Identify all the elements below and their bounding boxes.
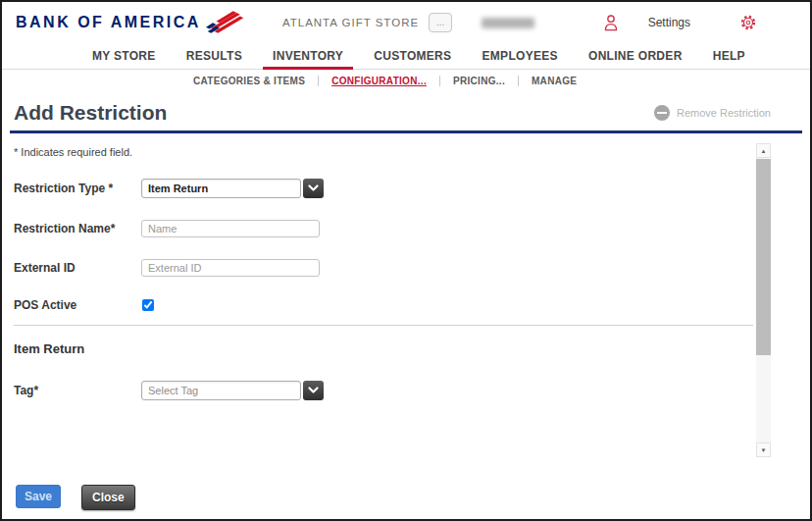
- form-content: * Indicates required field. Restriction …: [2, 133, 810, 469]
- pos-active-checkbox[interactable]: [142, 299, 154, 311]
- brand-logo: BANK OF AMERICA: [16, 11, 245, 35]
- chevron-down-icon[interactable]: [303, 381, 324, 400]
- redacted-username: [482, 18, 534, 28]
- restriction-name-label: Restriction Name*: [14, 222, 141, 235]
- store-switcher-button[interactable]: ...: [429, 13, 452, 32]
- external-id-row: External ID: [14, 259, 810, 277]
- nav-employees[interactable]: EMPLOYEES: [481, 43, 560, 69]
- vertical-scrollbar[interactable]: ▲ ▼: [756, 143, 771, 457]
- restriction-type-value: Item Return: [141, 179, 301, 198]
- nav-help[interactable]: HELP: [711, 43, 747, 69]
- nav-label: INVENTORY: [273, 49, 343, 63]
- nav-label: MY STORE: [92, 49, 156, 63]
- restriction-type-row: Restriction Type * Item Return: [14, 179, 810, 198]
- nav-label: EMPLOYEES: [482, 49, 558, 63]
- settings-link[interactable]: Settings: [648, 16, 690, 29]
- nav-results[interactable]: RESULTS: [184, 43, 244, 69]
- active-tab-underline: [263, 67, 353, 70]
- page-header: Add Restriction Remove Restriction: [2, 92, 810, 130]
- footer-actions: Save Close: [2, 476, 810, 519]
- nav-my-store[interactable]: MY STORE: [90, 43, 158, 69]
- main-nav: MY STORE RESULTS INVENTORY CUSTOMERS EMP…: [2, 43, 810, 70]
- tag-label: Tag*: [14, 384, 141, 397]
- restriction-name-row: Restriction Name*: [14, 220, 810, 237]
- tag-select[interactable]: Select Tag: [141, 381, 324, 400]
- scroll-down-icon[interactable]: ▼: [756, 443, 771, 457]
- subnav-manage[interactable]: MANAGE: [519, 76, 589, 86]
- restriction-type-select[interactable]: Item Return: [141, 179, 324, 198]
- subnav-configuration[interactable]: CONFIGURATION...: [319, 76, 439, 86]
- external-id-label: External ID: [14, 261, 141, 275]
- restriction-name-input[interactable]: [141, 220, 320, 237]
- item-return-section-title: Item Return: [14, 341, 810, 356]
- nav-label: ONLINE ORDER: [588, 49, 683, 63]
- subnav-pricing[interactable]: PRICING...: [440, 76, 518, 86]
- chevron-down-icon[interactable]: [303, 179, 324, 198]
- brand-wordmark: BANK OF AMERICA: [16, 14, 201, 31]
- app-window: BANK OF AMERICA ATLANTA GIFT STORE ... S…: [0, 0, 812, 521]
- nav-online-order[interactable]: ONLINE ORDER: [586, 43, 685, 69]
- nav-label: HELP: [713, 49, 745, 63]
- user-profile-icon[interactable]: [603, 14, 619, 32]
- pos-active-label: POS Active: [14, 298, 141, 312]
- nav-label: RESULTS: [186, 49, 242, 63]
- inventory-subnav: CATEGORIES & ITEMS CONFIGURATION... PRIC…: [2, 70, 810, 92]
- bank-flag-icon: [206, 9, 245, 35]
- tag-placeholder: Select Tag: [141, 381, 301, 400]
- section-divider: [14, 325, 753, 326]
- minus-circle-icon: [654, 105, 670, 121]
- gear-icon[interactable]: [739, 14, 757, 31]
- header: BANK OF AMERICA ATLANTA GIFT STORE ... S…: [2, 2, 810, 43]
- nav-label: CUSTOMERS: [374, 49, 451, 63]
- remove-restriction-button[interactable]: Remove Restriction: [654, 105, 771, 121]
- tag-row: Tag* Select Tag: [14, 381, 810, 400]
- scrollbar-thumb[interactable]: [756, 159, 771, 355]
- page-title: Add Restriction: [14, 101, 167, 125]
- save-button[interactable]: Save: [16, 485, 61, 508]
- restriction-type-label: Restriction Type *: [14, 182, 141, 195]
- pos-active-row: POS Active: [14, 298, 810, 312]
- nav-inventory[interactable]: INVENTORY: [271, 43, 345, 69]
- store-name: ATLANTA GIFT STORE: [282, 17, 419, 28]
- subnav-categories-items[interactable]: CATEGORIES & ITEMS: [180, 76, 318, 86]
- external-id-input[interactable]: [141, 259, 320, 277]
- remove-restriction-label: Remove Restriction: [677, 107, 771, 119]
- required-field-note: * Indicates required field.: [14, 146, 810, 158]
- nav-customers[interactable]: CUSTOMERS: [372, 43, 453, 69]
- scroll-up-icon[interactable]: ▲: [756, 143, 771, 158]
- close-button[interactable]: Close: [81, 485, 135, 510]
